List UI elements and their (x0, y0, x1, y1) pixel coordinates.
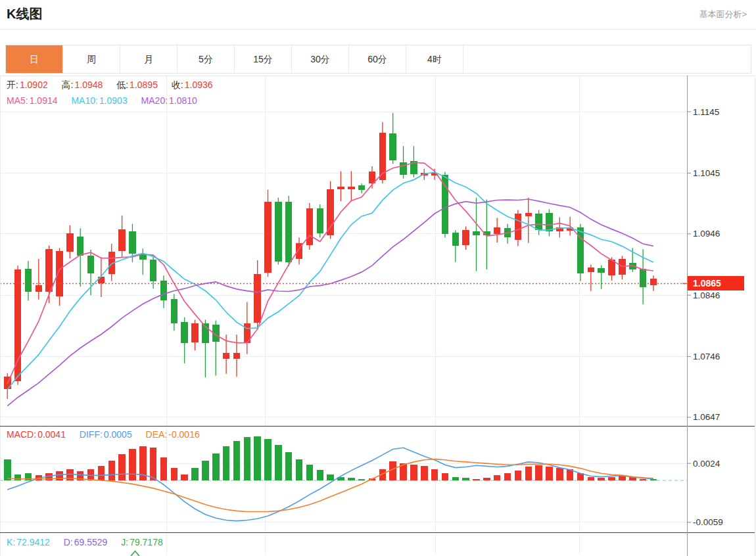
open-value: 1.0902 (20, 80, 48, 90)
tab-日[interactable]: 日 (6, 45, 63, 73)
y-axis-label: 1.0647 (693, 412, 720, 422)
macd-bar (556, 468, 563, 480)
candle-body (640, 269, 647, 287)
y-axis-label: 0.0024 (693, 459, 721, 469)
macd-bar (181, 475, 188, 480)
candle-body (515, 214, 522, 240)
tab-5分[interactable]: 5分 (177, 45, 235, 73)
candle-body (285, 202, 293, 262)
macd-bar (431, 469, 438, 480)
macd-bar (462, 478, 469, 480)
fundamental-analysis-link[interactable]: 基本面分析> (699, 9, 747, 20)
candle-body (77, 237, 84, 256)
ma20-value: 1.0810 (169, 95, 197, 106)
kline-chart[interactable]: 1.11451.10451.09461.08461.07461.06470.00… (0, 76, 756, 556)
y-axis-label: -0.0059 (693, 517, 723, 527)
macd-bar (223, 446, 230, 480)
kdj-j-value: 79.7178 (130, 537, 163, 547)
macd-bar (14, 475, 21, 480)
candle-body (45, 249, 53, 291)
macd-bar (348, 478, 355, 480)
macd-bar (285, 452, 293, 480)
diff-value: 0.0005 (104, 429, 132, 440)
macd-readout: MACD:0.0041 DIFF:0.0005 DEA:-0.0016 (7, 429, 211, 440)
current-price-badge: 1.0865 (688, 276, 744, 290)
macd-bar (118, 454, 126, 480)
kdj-readout: K:72.9412 D:69.5529 J:79.7178 (7, 537, 174, 547)
kdj-k-label: K: (7, 537, 15, 547)
high-label: 高: (62, 80, 74, 90)
macd-bar (212, 453, 220, 480)
candle-body (650, 279, 657, 285)
macd-bar (598, 478, 605, 480)
low-value: 1.0895 (130, 80, 158, 90)
candle-body (317, 208, 324, 233)
macd-bar (202, 461, 209, 480)
macd-bar (56, 471, 63, 480)
y-axis-label: 1.0746 (693, 352, 720, 361)
tab-4时[interactable]: 4时 (406, 45, 463, 73)
macd-bar (358, 479, 366, 480)
macd-bar (306, 465, 314, 480)
candle-body (98, 277, 105, 283)
open-label: 开: (7, 80, 18, 90)
candle-body (337, 187, 344, 189)
candle-body (171, 299, 178, 323)
candle-body (181, 322, 188, 343)
y-axis-label: 1.0846 (693, 290, 720, 300)
candle-body (233, 353, 241, 359)
macd-bar (98, 466, 105, 480)
candle-body (264, 202, 272, 272)
ma10-label: MA10: (71, 95, 97, 106)
interval-tabbar: 日周月5分15分30分60分4时 (5, 45, 751, 74)
macd-value: 0.0041 (37, 429, 66, 440)
ohlc-readout: 开:1.0902 高:1.0948 低:1.0895 收:1.0936 (7, 80, 224, 91)
candle-body (598, 268, 605, 273)
macd-bar (483, 478, 490, 480)
macd-bar (275, 445, 282, 480)
tab-60分[interactable]: 60分 (349, 45, 406, 73)
tab-15分[interactable]: 15分 (235, 45, 292, 73)
candle-body (254, 274, 261, 323)
tab-周[interactable]: 周 (63, 45, 120, 73)
macd-bar (191, 468, 199, 480)
macd-bar (494, 475, 501, 480)
macd-bar (421, 466, 428, 480)
macd-bar (525, 467, 532, 480)
chart-area: 1.11451.10451.09461.08461.07461.06470.00… (0, 76, 756, 556)
kdj-k-value: 72.9412 (16, 537, 50, 547)
candle-body (35, 285, 43, 291)
candle-body (588, 267, 595, 272)
tab-30分[interactable]: 30分 (292, 45, 349, 73)
ma10-value: 1.0903 (99, 95, 128, 106)
candle-body (150, 260, 157, 281)
dea-value: -0.0016 (168, 429, 199, 440)
macd-bar (87, 469, 95, 480)
candle-body (473, 231, 480, 235)
macd-bar (327, 475, 334, 480)
macd-bar (171, 468, 178, 480)
macd-bar (504, 473, 511, 480)
y-axis-label: 1.0946 (693, 229, 720, 239)
candle-body (577, 227, 584, 274)
dea-label: DEA: (146, 429, 168, 440)
macd-bar (389, 461, 396, 480)
macd-bar (640, 479, 647, 480)
candle-body (535, 214, 542, 230)
kline-page: K线图 基本面分析> 日周月5分15分30分60分4时 1.11451.1045… (0, 0, 756, 556)
candle-body (389, 133, 396, 160)
macd-bar (473, 479, 480, 480)
macd-bar (254, 436, 261, 480)
macd-bar (317, 470, 324, 480)
macd-line (7, 448, 653, 521)
candle-body (525, 213, 532, 216)
macd-bar (108, 461, 116, 480)
macd-bar (244, 437, 251, 480)
candle-body (546, 213, 553, 231)
tab-月[interactable]: 月 (120, 45, 177, 73)
candle-body (306, 208, 314, 245)
ma5-label: MA5: (7, 95, 28, 106)
kdj-j-label: J: (121, 537, 128, 547)
macd-bar (515, 471, 522, 480)
macd-bar (296, 459, 303, 480)
